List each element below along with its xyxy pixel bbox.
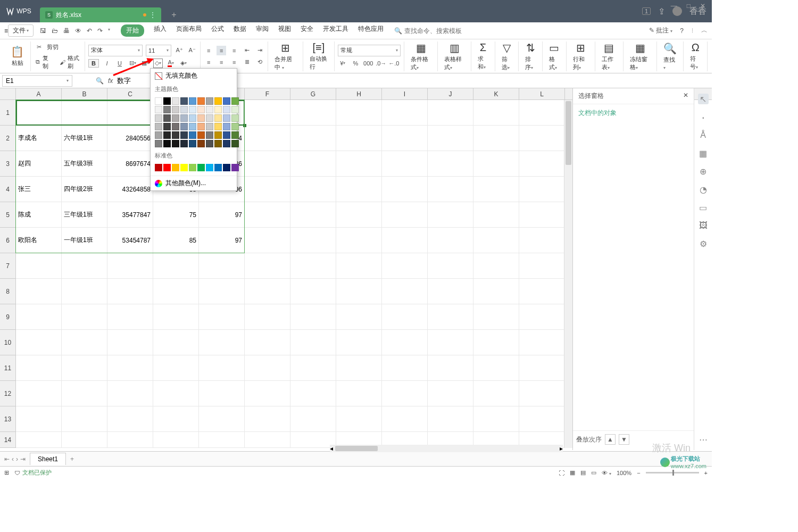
cell-E8[interactable] [199,279,245,304]
cell-L13[interactable] [519,406,565,432]
preview-icon[interactable]: 👁 [75,27,81,35]
merge-button[interactable]: ⊞合并居中 ▾ [271,41,300,71]
cell-K2[interactable] [473,126,519,151]
horizontal-scrollbar[interactable]: ◂▸ [330,445,563,452]
color-swatch[interactable] [206,164,213,171]
zoom-out-icon[interactable]: − [637,470,640,476]
color-swatch[interactable] [189,97,196,105]
align-top-icon[interactable]: ≡ [204,46,213,55]
cell-E14[interactable] [199,432,245,448]
font-select[interactable]: 宋体▾ [88,45,143,56]
fx-icon[interactable]: fx [108,77,113,85]
color-swatch[interactable] [197,97,205,105]
cell-C3[interactable]: 8697674 [107,151,153,177]
zoom-in-icon[interactable]: + [704,470,708,476]
cell-K13[interactable] [473,406,519,432]
cell-H4[interactable] [336,177,382,202]
cell-G5[interactable] [290,202,336,228]
col-header-K[interactable]: K [473,88,519,99]
color-swatch[interactable] [197,114,205,122]
view-fullscreen-icon[interactable]: ⛶ [559,470,564,476]
cell-A10[interactable] [16,330,62,355]
cell-A1[interactable] [16,100,62,126]
col-header-C[interactable]: C [107,88,153,99]
cell-C10[interactable] [107,330,153,355]
cell-F4[interactable] [245,177,290,202]
color-swatch[interactable] [163,97,171,105]
cell-E7[interactable] [199,253,245,279]
underline-button[interactable]: U [115,59,124,68]
cell-L10[interactable] [519,330,565,355]
filter-button[interactable]: ▽筛选▾ [498,41,516,71]
orientation-icon[interactable]: ⟲ [255,57,264,67]
cell-F13[interactable] [245,406,290,432]
clear-fmt-icon[interactable]: ◈▾ [179,59,188,68]
color-swatch[interactable] [180,164,188,171]
cell-A8[interactable] [16,279,62,304]
cell-B6[interactable]: 一年级1班 [62,228,107,253]
color-swatch[interactable] [172,164,179,171]
menu-tab-1[interactable]: 插入 [154,24,167,37]
cell-E10[interactable] [199,330,245,355]
col-header-G[interactable]: G [290,88,336,99]
cell-H9[interactable] [336,304,382,330]
inc-decimal-icon[interactable]: .0→ [376,59,386,68]
symbol-button[interactable]: Ω符号▾ [687,41,704,71]
zoom-slider[interactable] [646,472,699,473]
row-header-1[interactable]: 1 [0,100,16,126]
cell-C9[interactable] [107,304,153,330]
win-max[interactable]: □ [687,2,691,10]
cell-F2[interactable] [245,126,290,151]
cell-A4[interactable]: 张三 [16,177,62,202]
menu-tab-4[interactable]: 数据 [234,24,246,37]
color-swatch[interactable] [155,97,162,105]
color-swatch[interactable] [163,123,171,130]
align-bot-icon[interactable]: ≡ [229,46,239,55]
send-backward-button[interactable]: ▼ [619,434,629,445]
cell-B12[interactable] [62,381,107,406]
cell-K6[interactable] [473,228,519,253]
cell-K5[interactable] [473,202,519,228]
cell-H6[interactable] [336,228,382,253]
menu-tab-8[interactable]: 开发工具 [323,24,348,37]
indent-inc-icon[interactable]: ⇥ [255,46,264,55]
format-button[interactable]: ▭格式▾ [546,41,563,71]
color-swatch[interactable] [223,114,230,122]
cell-I3[interactable] [382,151,428,177]
sheet-button[interactable]: ▤工作表▾ [598,41,620,71]
color-swatch[interactable] [223,106,230,113]
select-all-corner[interactable] [0,88,16,100]
menu-tab-3[interactable]: 公式 [211,24,224,37]
color-swatch[interactable] [223,123,230,130]
cell-F5[interactable] [245,202,290,228]
side-icon-5[interactable]: ⊕ [698,166,709,177]
qat-more[interactable]: ▾ [108,27,110,35]
cell-L1[interactable] [519,100,565,126]
color-swatch[interactable] [163,131,171,139]
cell-F1[interactable] [245,100,290,126]
cell-B8[interactable] [62,279,107,304]
zoom-level[interactable]: 100% [617,470,631,476]
cell-A11[interactable] [16,355,62,381]
cell-F10[interactable] [245,330,290,355]
cell-A7[interactable] [16,253,62,279]
menu-tab-7[interactable]: 安全 [301,24,313,37]
cell-J2[interactable] [428,126,473,151]
cell-G4[interactable] [290,177,336,202]
color-swatch[interactable] [180,97,188,105]
color-swatch[interactable] [172,131,179,139]
print-icon[interactable]: 🖶 [63,27,70,35]
cell-C4[interactable]: 43264858 [107,177,153,202]
cell-I7[interactable] [382,253,428,279]
sum-button[interactable]: Σ求和▾ [475,41,492,71]
cell-J10[interactable] [428,330,473,355]
dec-decimal-icon[interactable]: ←.0 [389,59,398,68]
zoom-fx-icon[interactable]: 🔍 [96,77,104,85]
color-swatch[interactable] [155,131,162,139]
row-header-2[interactable]: 2 [0,126,16,151]
cell-H13[interactable] [336,406,382,432]
row-header-7[interactable]: 7 [0,253,16,279]
view-normal-icon[interactable]: ▦ [570,469,575,476]
row-header-9[interactable]: 9 [0,304,16,330]
color-swatch[interactable] [155,123,162,130]
